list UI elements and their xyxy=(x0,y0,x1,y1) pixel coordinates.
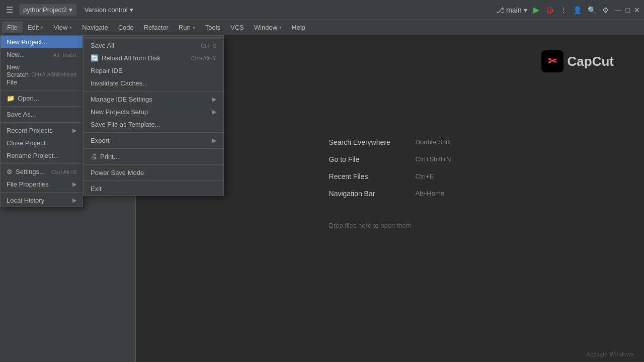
submenu-print[interactable]: 🖨 Print... xyxy=(84,150,223,163)
menu-item-help[interactable]: Help xyxy=(287,22,310,33)
hint-recent-key: Ctrl+E xyxy=(416,172,434,180)
hint-search-everywhere: Search Everywhere Double Shift xyxy=(329,138,451,146)
hint-recent-files: Recent Files Ctrl+E xyxy=(329,172,434,180)
hint-goto-key: Ctrl+Shift+N xyxy=(416,155,451,163)
submenu-divider-6 xyxy=(84,180,223,181)
manage-ide-arrow-icon: ▶ xyxy=(212,96,216,103)
menu-item-navigate[interactable]: Navigate xyxy=(77,22,113,33)
menu-rename-project[interactable]: Rename Project... xyxy=(1,149,83,162)
close-button[interactable]: ✕ xyxy=(634,6,640,14)
submenu-export[interactable]: Export ▶ xyxy=(84,134,223,147)
project-selector[interactable]: pythonProject2 ▾ xyxy=(19,4,76,16)
capcut-logo: ✂ CapCut xyxy=(541,50,614,72)
menu-save-as[interactable]: Save As... xyxy=(1,108,83,121)
file-submenu: Save All Ctrl+S 🔄 Reload All from Disk C… xyxy=(83,35,224,196)
menu-new[interactable]: New... Alt+Insert xyxy=(1,48,83,61)
hint-search-key: Double Shift xyxy=(416,138,451,146)
vcs-selector[interactable]: Version control ▾ xyxy=(80,4,137,16)
reload-icon: 🔄 xyxy=(91,54,99,62)
open-folder-icon: 📁 xyxy=(7,95,15,102)
drop-files-hint: Drop files here to open them xyxy=(329,222,412,229)
submenu-repair-ide[interactable]: Repair IDE xyxy=(84,64,223,77)
print-icon: 🖨 xyxy=(91,153,97,160)
submenu-power-save[interactable]: Power Save Mode xyxy=(84,166,223,179)
title-bar: ☰ pythonProject2 ▾ Version control ▾ ⎇ m… xyxy=(0,0,644,20)
menu-item-view[interactable]: View ▾ xyxy=(48,22,77,33)
menu-item-vcs[interactable]: VCS xyxy=(225,22,249,33)
hint-search-label: Search Everywhere xyxy=(329,138,410,146)
hamburger-menu-icon[interactable]: ☰ xyxy=(4,3,15,17)
local-history-arrow-icon: ▶ xyxy=(72,197,76,204)
branch-name: main xyxy=(506,6,521,14)
menu-open[interactable]: 📁 Open... xyxy=(1,92,83,105)
submenu-divider-2 xyxy=(84,91,223,92)
minimize-button[interactable]: — xyxy=(615,6,622,14)
branch-icon: ⎇ xyxy=(496,6,504,14)
submenu-divider-5 xyxy=(84,164,223,165)
settings-icon[interactable]: ⚙ xyxy=(602,6,609,14)
menu-recent-projects[interactable]: Recent Projects ▶ xyxy=(1,124,83,137)
more-actions-button[interactable]: ⋮ xyxy=(560,6,567,14)
submenu-exit[interactable]: Exit xyxy=(84,183,223,195)
search-icon[interactable]: 🔍 xyxy=(588,6,596,14)
window-controls: — □ ✕ xyxy=(615,6,640,14)
vcs-label: Version control xyxy=(85,6,128,14)
recent-projects-arrow-icon: ▶ xyxy=(72,127,76,134)
menu-item-tools[interactable]: Tools xyxy=(200,22,225,33)
hint-goto-label: Go to File xyxy=(329,155,410,163)
menu-divider-4 xyxy=(1,163,83,164)
file-properties-arrow-icon: ▶ xyxy=(72,181,76,188)
menu-divider-1 xyxy=(1,90,83,90)
submenu-reload[interactable]: 🔄 Reload All from Disk Ctrl+Alt+Y xyxy=(84,52,223,64)
hint-nav-bar: Navigation Bar Alt+Home xyxy=(329,190,444,198)
menu-divider-3 xyxy=(1,122,83,123)
project-name: pythonProject2 xyxy=(23,6,67,14)
menu-item-code[interactable]: Code xyxy=(113,22,139,33)
project-arrow-icon: ▾ xyxy=(69,6,72,14)
new-projects-arrow-icon: ▶ xyxy=(212,109,216,115)
hint-nav-key: Alt+Home xyxy=(416,190,444,197)
menu-close-project[interactable]: Close Project xyxy=(1,137,83,149)
hint-recent-label: Recent Files xyxy=(329,172,410,180)
branch-selector[interactable]: ⎇ main ▾ xyxy=(496,6,527,14)
branch-arrow-icon: ▾ xyxy=(524,6,527,14)
submenu-divider-4 xyxy=(84,148,223,149)
submenu-manage-ide[interactable]: Manage IDE Settings ▶ xyxy=(84,93,223,106)
menu-local-history[interactable]: Local History ▶ xyxy=(1,194,83,207)
file-menu-dropdown: New Project... New... Alt+Insert New Scr… xyxy=(0,35,83,207)
submenu-divider-3 xyxy=(84,132,223,133)
menu-divider-2 xyxy=(1,106,83,107)
vcs-arrow-icon: ▾ xyxy=(130,6,133,14)
export-arrow-icon: ▶ xyxy=(212,137,216,144)
run-button[interactable]: ▶ xyxy=(533,5,539,15)
submenu-divider-1 xyxy=(84,37,223,38)
hint-goto-file: Go to File Ctrl+Shift+N xyxy=(329,155,451,163)
menu-new-project[interactable]: New Project... xyxy=(1,36,83,48)
menu-item-file[interactable]: File xyxy=(2,22,23,33)
submenu-new-projects-setup[interactable]: New Projects Setup ▶ xyxy=(84,106,223,118)
menu-item-window[interactable]: Window ▾ xyxy=(249,22,287,33)
account-icon[interactable]: 👤 xyxy=(573,6,582,14)
menu-new-scratch[interactable]: New Scratch File Ctrl+Alt+Shift+Insert xyxy=(1,61,83,88)
menu-settings[interactable]: ⚙ Settings... Ctrl+Alt+S xyxy=(1,165,83,178)
submenu-save-all[interactable]: Save All Ctrl+S xyxy=(84,39,223,52)
menu-divider-5 xyxy=(1,192,83,193)
debug-button[interactable]: 🐞 xyxy=(545,6,554,14)
menu-file-properties[interactable]: File Properties ▶ xyxy=(1,178,83,191)
center-hints: Search Everywhere Double Shift Go to Fil… xyxy=(329,138,451,229)
capcut-logo-text: CapCut xyxy=(568,54,614,69)
capcut-icon: ✂ xyxy=(548,55,557,68)
menu-item-edit[interactable]: Edit ▾ xyxy=(23,22,48,33)
activate-windows-text: Activate Windows xyxy=(586,351,634,358)
settings-gear-icon: ⚙ xyxy=(7,168,13,175)
menu-item-refactor[interactable]: Refactor xyxy=(139,22,174,33)
submenu-invalidate[interactable]: Invalidate Caches... xyxy=(84,77,223,89)
menu-bar: File Edit ▾ View ▾ Navigate Code Refacto… xyxy=(0,20,644,35)
menu-item-run[interactable]: Run ▾ xyxy=(174,22,200,33)
submenu-save-template[interactable]: Save File as Template... xyxy=(84,118,223,131)
title-bar-right: ⎇ main ▾ ▶ 🐞 ⋮ 👤 🔍 ⚙ — □ ✕ xyxy=(496,5,640,15)
maximize-button[interactable]: □ xyxy=(626,6,630,14)
hint-nav-label: Navigation Bar xyxy=(329,190,410,198)
